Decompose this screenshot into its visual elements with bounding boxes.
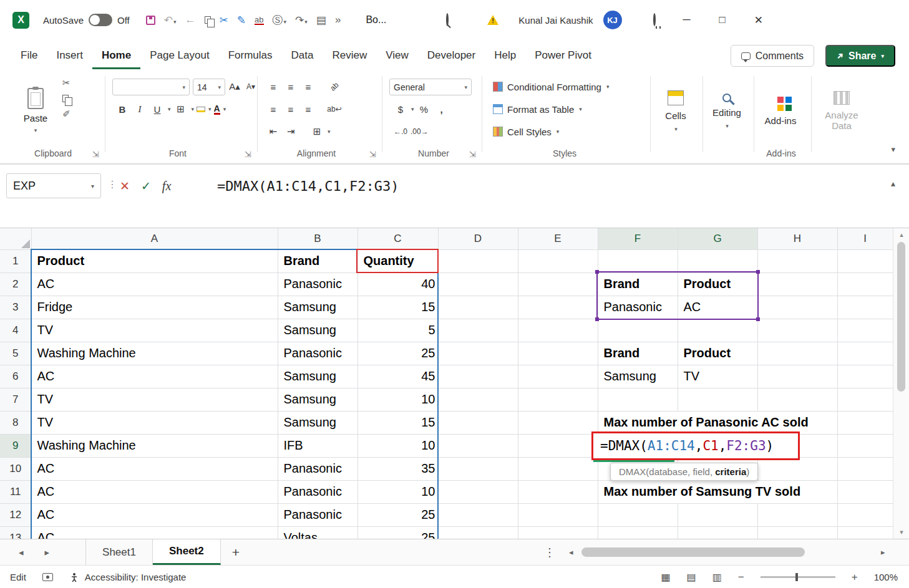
cell[interactable]: 10 (357, 434, 438, 457)
cell[interactable]: Panasonic (278, 503, 357, 526)
cell[interactable]: 10 (357, 480, 438, 503)
insert-function-icon[interactable]: fx (162, 179, 171, 193)
name-box[interactable]: EXP ▾ (6, 173, 101, 198)
cell[interactable] (837, 503, 893, 526)
cell[interactable]: AC (31, 457, 278, 480)
decrease-font-icon[interactable]: A▾ (243, 79, 258, 95)
cell[interactable]: Fridge (31, 296, 278, 319)
cell[interactable] (438, 503, 518, 526)
cell[interactable] (757, 249, 837, 272)
cut-icon[interactable]: ✂ (220, 14, 228, 27)
borders-button[interactable]: ⊞ (173, 101, 188, 117)
collapse-formula-bar-icon[interactable]: ▴ (891, 178, 895, 188)
cell[interactable]: Max number of Samsung TV sold (598, 480, 837, 503)
font-name-combo[interactable]: ▾ (112, 79, 190, 95)
alignment-dialog-launcher-icon[interactable]: ⇲ (369, 150, 376, 159)
new-document-icon[interactable]: ▤ (316, 14, 326, 27)
user-name[interactable]: Kunal Jai Kaushik (518, 15, 593, 26)
cell[interactable]: Max number of Panasonic AC sold (598, 411, 837, 434)
col-header-h[interactable]: H (757, 228, 837, 249)
cell[interactable]: Washing Machine (31, 434, 278, 457)
cell[interactable] (757, 319, 837, 342)
cell[interactable]: Samsung (278, 319, 357, 342)
vertical-scrollbar[interactable]: ▴ ▾ (893, 228, 909, 539)
percent-style-icon[interactable]: % (417, 101, 432, 117)
cell[interactable] (837, 480, 893, 503)
cell[interactable] (598, 319, 678, 342)
cell[interactable] (757, 526, 837, 539)
chevron-down-icon[interactable]: ▾ (208, 106, 211, 112)
save-icon[interactable] (146, 16, 155, 25)
cell[interactable] (438, 249, 518, 272)
col-header-b[interactable]: B (278, 228, 357, 249)
tab-page-layout[interactable]: Page Layout (140, 42, 218, 69)
cell[interactable]: Samsung (278, 296, 357, 319)
cell[interactable]: 5 (357, 319, 438, 342)
accounting-format-icon[interactable]: $ (393, 101, 408, 117)
cell[interactable] (518, 388, 598, 411)
sheet-tab-sheet1[interactable]: Sheet1 (85, 539, 153, 565)
cell[interactable]: Washing Machine (31, 342, 278, 365)
cell[interactable]: AC (678, 296, 757, 319)
tab-power-pivot[interactable]: Power Pivot (525, 42, 601, 69)
row-header[interactable]: 4 (0, 319, 31, 342)
align-center-icon[interactable]: ≡ (283, 101, 298, 117)
autosave-toggle[interactable] (89, 14, 112, 26)
decrease-decimal-icon[interactable]: .00→ (411, 123, 429, 140)
cell[interactable]: Quantity (357, 249, 438, 272)
copy-icon[interactable] (205, 16, 211, 24)
cell[interactable] (757, 272, 837, 296)
prev-sheet-icon[interactable]: ◂ (19, 547, 24, 558)
merge-center-icon[interactable]: ⊞ (309, 123, 324, 140)
ink-pen-icon[interactable]: ✎ (237, 14, 246, 27)
cell[interactable]: 15 (357, 411, 438, 434)
horizontal-scrollbar[interactable] (581, 547, 876, 557)
cell[interactable] (598, 249, 678, 272)
col-header-a[interactable]: A (31, 228, 278, 249)
tab-insert[interactable]: Insert (47, 42, 92, 69)
cell[interactable]: AC (31, 272, 278, 296)
cell[interactable]: 35 (357, 457, 438, 480)
col-header-d[interactable]: D (438, 228, 518, 249)
comma-style-icon[interactable]: , (434, 101, 449, 117)
cell[interactable] (438, 319, 518, 342)
row-header[interactable]: 8 (0, 411, 31, 434)
cell[interactable] (678, 388, 757, 411)
cell[interactable] (518, 342, 598, 365)
chevron-down-icon[interactable]: ▾ (192, 106, 195, 112)
cell[interactable] (757, 457, 837, 480)
increase-indent-icon[interactable]: ⇥ (283, 123, 298, 140)
next-sheet-icon[interactable]: ▸ (45, 547, 50, 558)
cell[interactable]: Voltas (278, 526, 357, 539)
zoom-level[interactable]: 100% (874, 572, 898, 582)
cell[interactable]: Panasonic (598, 296, 678, 319)
cell[interactable] (518, 457, 598, 480)
tab-home[interactable]: Home (92, 42, 140, 69)
cell[interactable]: Samsung (598, 365, 678, 388)
page-layout-view-icon[interactable]: ▤ (687, 571, 696, 583)
bold-button[interactable]: B (115, 101, 130, 117)
sheet-tab-sheet2[interactable]: Sheet2 (153, 539, 221, 565)
increase-decimal-icon[interactable]: ←.0 (393, 123, 408, 140)
add-sheet-button[interactable]: + (221, 539, 251, 565)
cell[interactable] (438, 342, 518, 365)
align-top-icon[interactable]: ≡ (266, 79, 281, 95)
fill-color-icon[interactable] (197, 107, 205, 112)
warning-icon[interactable]: ! (487, 15, 498, 25)
cell[interactable] (757, 342, 837, 365)
cell[interactable] (438, 388, 518, 411)
cell[interactable] (518, 434, 598, 457)
collapse-ribbon-icon[interactable]: ▾ (891, 145, 895, 154)
cell[interactable]: IFB (278, 434, 357, 457)
spelling-icon[interactable]: ab (255, 16, 263, 25)
cell[interactable] (518, 272, 598, 296)
cell[interactable] (598, 526, 678, 539)
copy-button[interactable] (62, 95, 69, 102)
cell[interactable] (837, 434, 893, 457)
paste-button[interactable]: Paste ▾ (15, 76, 56, 145)
cell[interactable] (837, 411, 893, 434)
cell[interactable] (438, 526, 518, 539)
share-button[interactable]: ➔ Share ▾ (825, 45, 895, 67)
cell[interactable]: Brand (598, 342, 678, 365)
tab-file[interactable]: File (11, 42, 47, 69)
